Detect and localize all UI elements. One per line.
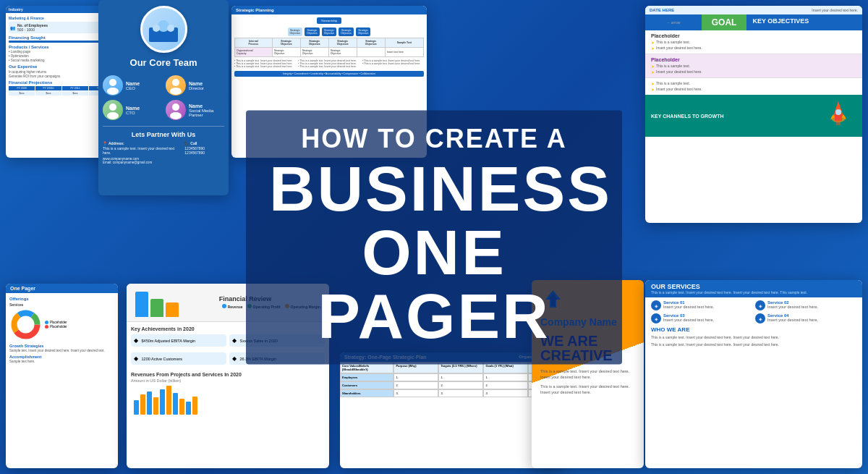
svg-point-6 bbox=[172, 79, 179, 86]
achievement-text-1: $450m Adjusted EBITA Margin bbox=[142, 339, 196, 343]
revenues-title: Revenues From Projects and Services In 2… bbox=[131, 372, 325, 377]
row1-col3: StrategicObjective bbox=[300, 48, 328, 57]
service-01-text: Insert your desired text here. bbox=[663, 305, 714, 309]
service-04-icon: ◈ bbox=[755, 313, 765, 323]
sp-cust-purpose: 2. bbox=[393, 381, 438, 389]
service-02-text: Insert your desired text here. bbox=[767, 305, 818, 309]
service-03: ◈ Service 03 Insert your desired text he… bbox=[651, 313, 752, 323]
call-label: Call bbox=[190, 141, 197, 145]
one-pager-label: One Pager bbox=[6, 284, 118, 293]
goal-objectives-card: DATE HERE Insert your desired text here.… bbox=[645, 6, 862, 223]
employees-range: 500 - 1000 bbox=[17, 27, 48, 32]
sp-emp-goals: 1. bbox=[483, 373, 528, 381]
key-channels-label: KEY CHANNELS TO GROWTH bbox=[651, 114, 723, 119]
revenues-subtitle: Amount in US Dollar (billion) bbox=[131, 378, 325, 383]
achievement-1: ◆ $450m Adjusted EBITA Margin bbox=[131, 334, 226, 347]
strategic-header: Strategic Planning bbox=[231, 6, 427, 14]
strat-box-1: StrategicObjective bbox=[288, 27, 303, 36]
chart-label-0: Revenue bbox=[228, 305, 243, 309]
row1-col2: StrategicObjective bbox=[272, 48, 300, 57]
achievement-3: ◆ 1200 Active Customers bbox=[131, 352, 226, 365]
svg-point-7 bbox=[170, 88, 182, 95]
stewardship-box: Stewardship bbox=[317, 17, 341, 24]
company-desc-2: This is a sample text. Insert your desir… bbox=[540, 384, 635, 396]
row1-col1: OrganizationalCapacity bbox=[235, 48, 273, 57]
date-here-label: DATE HERE bbox=[650, 8, 674, 12]
row1-col5 bbox=[357, 48, 385, 57]
bottom-left-slide-card: One Pager Offerings Services Placeholder… bbox=[6, 284, 118, 468]
year-2011: FY 2011 bbox=[62, 86, 88, 90]
who-desc-2: This is a sample text. Insert your desir… bbox=[651, 342, 856, 348]
member-name-social: Name bbox=[189, 103, 224, 109]
svg-point-5 bbox=[107, 88, 119, 95]
service-03-text: Insert your desired text here. bbox=[663, 318, 714, 322]
service-02: ◈ Service 02 Insert your desired text he… bbox=[755, 300, 856, 310]
team-member-cto: Name CTO bbox=[103, 100, 161, 120]
svg-point-4 bbox=[109, 79, 116, 86]
one-pager-text: ONE PAGER bbox=[269, 221, 599, 348]
row1-col6: Insert text here bbox=[385, 48, 423, 57]
col-head-5: StrategicObjective bbox=[357, 38, 385, 48]
sp-emp-targets: 1. bbox=[438, 373, 483, 381]
revenue-chart bbox=[131, 386, 325, 415]
strat-box-5: StrategicObjective bbox=[356, 27, 371, 36]
member-role-ceo: CEO bbox=[126, 86, 140, 90]
service-04: ◈ Service 04 Insert your desired text he… bbox=[755, 313, 856, 323]
sp-emp-purpose: 1. bbox=[393, 373, 438, 381]
svg-rect-18 bbox=[836, 119, 841, 125]
col-head-1: InternalProcess bbox=[235, 38, 273, 48]
svg-point-9 bbox=[107, 112, 119, 119]
sp-share-targets: 3. bbox=[438, 389, 483, 397]
year-2009: FY 2009 bbox=[9, 86, 35, 90]
col-head-3: StrategicObjective bbox=[300, 38, 328, 48]
placeholder2-label: Placeholder bbox=[651, 57, 856, 62]
svg-point-11 bbox=[170, 112, 182, 119]
financial-bar-chart bbox=[132, 288, 182, 317]
achievement-text-3: 1200 Active Customers bbox=[142, 357, 183, 361]
service-02-icon: ◈ bbox=[755, 300, 765, 310]
company-desc-1: This is a sample text. Insert your desir… bbox=[540, 368, 635, 381]
main-title-area: HOW TO CREATE A BUSINESS ONE PAGER bbox=[246, 110, 622, 364]
services-card: OUR SERVICES This is a sample text. Inse… bbox=[645, 280, 862, 468]
team-member-director: Name Director bbox=[166, 75, 224, 96]
service-03-icon: ◈ bbox=[651, 313, 661, 323]
sp-cust-goals: 2. bbox=[483, 381, 528, 389]
placeholder1-label: Placeholder bbox=[651, 33, 856, 38]
goal-badge: GOAL bbox=[702, 14, 747, 30]
member-name-ceo: Name bbox=[126, 81, 140, 86]
insert-text-3: Insert your desired text here. bbox=[656, 87, 702, 91]
sp-share-goals: 3. bbox=[483, 389, 528, 397]
address-text: This is a sample text. Insert your desir… bbox=[103, 146, 180, 155]
strat-box-2: StrategicObjective bbox=[305, 27, 320, 36]
how-to-text: HOW TO CREATE A bbox=[269, 123, 599, 154]
sp-row-cust: Customers bbox=[340, 381, 393, 389]
who-desc-1: This is a sample text. Insert your desir… bbox=[651, 335, 856, 341]
team-member-social: Name Social Media Partner bbox=[166, 100, 224, 120]
strat-box-4: StrategicObjective bbox=[339, 27, 354, 36]
team-member-ceo: Name CEO bbox=[103, 75, 161, 96]
svg-point-3 bbox=[167, 25, 174, 32]
strategic-title: Strategic Planning bbox=[236, 8, 274, 12]
member-name-dir: Name bbox=[189, 81, 204, 86]
service-01-icon: ◈ bbox=[651, 300, 661, 310]
service-04-text: Insert your desired text here. bbox=[767, 318, 818, 322]
rocket-icon bbox=[820, 98, 856, 134]
member-name-cto: Name bbox=[126, 106, 140, 111]
core-team-title: Our Core Team bbox=[103, 57, 224, 68]
svg-point-2 bbox=[153, 25, 160, 32]
row1-col4: StrategicObjective bbox=[328, 48, 357, 57]
who-we-are-title: WHO WE ARE bbox=[651, 326, 856, 333]
svg-point-1 bbox=[158, 20, 169, 32]
shareholders-label-sp: Shareholders bbox=[342, 392, 361, 395]
business-text: BUSINESS bbox=[269, 157, 599, 221]
strat-box-3: StrategicObjective bbox=[322, 27, 337, 36]
values-bar: Integrity • Commitment • Leadership • Ac… bbox=[234, 71, 424, 77]
customers-label-sp: Customers bbox=[342, 384, 357, 387]
svg-point-8 bbox=[109, 103, 116, 111]
member-role-social: Social Media Partner bbox=[189, 109, 224, 117]
sp-share-purpose: 3. bbox=[393, 389, 438, 397]
strategic-plan-card: Strategy: One-Page Strategic Plan Organi… bbox=[340, 352, 564, 468]
call-text: 1234567890 1234567890 bbox=[184, 146, 224, 155]
email-text: Email: companyname@gmail.com bbox=[103, 161, 224, 164]
offerings-label: Offerings bbox=[9, 297, 114, 301]
